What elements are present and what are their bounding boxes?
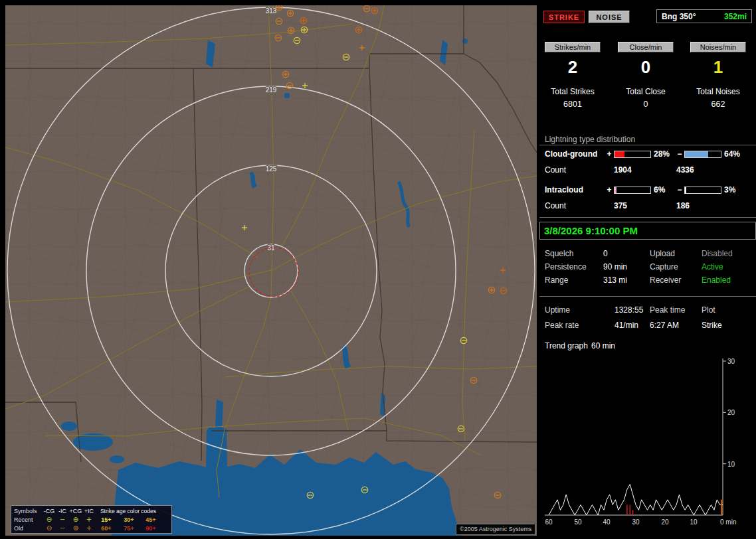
age-90: 90+ (140, 525, 161, 532)
map-canvas[interactable]: 313 219 125 31 (5, 5, 537, 536)
capture-label: Capture (650, 262, 678, 271)
trend-axis (545, 358, 726, 515)
uptime-value: 1328:55 (614, 305, 643, 315)
ic-negative-pct: 3% (724, 185, 735, 194)
ic-positive-icon: + (83, 525, 95, 532)
plus-sign: + (606, 185, 613, 194)
legend-recent-label: Recent (14, 516, 42, 523)
trend-graph: 30 20 10 60 50 40 30 20 10 0 min (539, 354, 756, 534)
peak-time-label: Peak time (650, 305, 685, 315)
cloud-ground-label: Cloud-ground (545, 149, 597, 159)
map-legend: Symbols -CG -IC +CG +IC Strike age color… (11, 505, 172, 534)
ic-negative-icon: − (56, 525, 68, 532)
legend-col-ic-pos: +IC (83, 508, 95, 514)
ic-negative-count: 186 (676, 201, 690, 210)
cg-count-label: Count (545, 165, 566, 175)
legend-col-cg-neg: -CG (42, 508, 56, 514)
total-noises-label: Total Noises (686, 87, 750, 96)
cg-positive-bar-fill (614, 151, 624, 157)
range-value: 313 mi (603, 275, 627, 285)
legend-col-ic-neg: -IC (56, 508, 68, 514)
legend-symbols-title: Symbols (14, 508, 42, 514)
minus-sign: − (676, 149, 683, 159)
noise-mode-button[interactable]: NOISE (589, 11, 630, 23)
x-tick-60: 60 (545, 518, 553, 526)
persistence-value: 90 min (603, 262, 627, 271)
bearing-display: Bng 350° 352mi (656, 9, 752, 23)
lightning-map[interactable]: 313 219 125 31 Symbols -CG -IC +CG +IC S… (5, 5, 537, 536)
range-label: Range (545, 275, 568, 285)
ic-negative-icon: − (56, 516, 68, 523)
legend-age-title: Strike age color codes (95, 508, 161, 514)
y-tick-30: 30 (727, 358, 735, 365)
cg-negative-pct: 64% (724, 149, 740, 159)
trend-plot-line (549, 485, 723, 515)
strikes-per-min-value: 2 (545, 57, 601, 78)
cg-positive-icon: ⊕ (68, 516, 83, 523)
upload-label: Upload (650, 249, 675, 258)
cg-positive-icon: ⊕ (68, 525, 83, 532)
ic-count-label: Count (545, 201, 566, 210)
age-60: 60+ (95, 525, 118, 532)
close-per-min-chip: Close/min (618, 42, 674, 52)
persistence-label: Persistence (545, 262, 587, 271)
total-close-value: 0 (614, 100, 678, 109)
strikes-per-min-chip: Strikes/min (545, 42, 601, 52)
plus-sign: + (606, 149, 613, 159)
uptime-label: Uptime (545, 305, 570, 315)
cg-negative-bar-fill (685, 151, 708, 157)
copyright-badge: ©2005 Astrogenic Systems (456, 524, 535, 535)
total-close-label: Total Close (614, 87, 678, 96)
total-strikes-label: Total Strikes (541, 87, 605, 96)
cg-positive-count: 1904 (614, 165, 632, 175)
peak-rate-value: 41/min (614, 321, 638, 330)
cg-negative-icon: ⊖ (42, 516, 56, 523)
total-strikes-value: 6801 (541, 100, 605, 109)
cg-negative-icon: ⊖ (42, 525, 56, 532)
ic-positive-pct: 6% (654, 185, 665, 194)
ic-negative-bar (684, 187, 721, 194)
x-tick-0min: 0 min (720, 518, 736, 526)
x-tick-40: 40 (603, 518, 611, 526)
upload-status: Disabled (702, 249, 733, 258)
squelch-value: 0 (603, 249, 608, 258)
age-75: 75+ (118, 525, 140, 532)
divider (539, 217, 756, 218)
ic-positive-count: 375 (614, 201, 627, 210)
legend-col-cg-pos: +CG (68, 508, 83, 514)
x-tick-10: 10 (690, 518, 698, 526)
age-30: 30+ (118, 516, 140, 523)
peak-rate-label: Peak rate (545, 321, 579, 330)
ring-label-219: 219 (266, 86, 277, 94)
capture-status: Active (702, 262, 723, 271)
trend-window-value: 60 min (591, 341, 615, 350)
x-tick-20: 20 (661, 518, 669, 526)
receiver-status: Enabled (702, 275, 731, 285)
y-tick-10: 10 (727, 461, 735, 468)
plot-mode-value: Strike (702, 321, 722, 330)
strike-mode-button[interactable]: STRIKE (543, 11, 585, 23)
strike-rate-line (549, 485, 723, 515)
cg-negative-bar (684, 151, 721, 158)
bearing-range-value: 352mi (724, 12, 747, 21)
trend-graph-label: Trend graph (545, 341, 588, 350)
noises-per-min-value: 1 (690, 57, 746, 78)
close-per-min-value: 0 (618, 57, 674, 78)
total-noises-value: 662 (686, 100, 750, 109)
datetime-display: 3/8/2026 9:10:00 PM (539, 222, 756, 240)
ic-positive-bar-fill (614, 187, 616, 193)
ring-label-125: 125 (266, 165, 277, 173)
ic-negative-bar-fill (685, 187, 686, 193)
ic-positive-bar (614, 187, 651, 194)
cg-positive-bar (614, 151, 651, 158)
minus-sign: − (676, 185, 683, 194)
x-tick-30: 30 (632, 518, 640, 526)
bearing-label: Bng 350° (662, 12, 696, 21)
age-45: 45+ (140, 516, 161, 523)
y-tick-20: 20 (727, 409, 735, 416)
x-tick-50: 50 (574, 518, 582, 526)
ring-label-313: 313 (266, 7, 277, 15)
cg-negative-count: 4336 (676, 165, 694, 175)
receiver-label: Receiver (650, 275, 681, 285)
intracloud-label: Intracloud (545, 185, 583, 194)
